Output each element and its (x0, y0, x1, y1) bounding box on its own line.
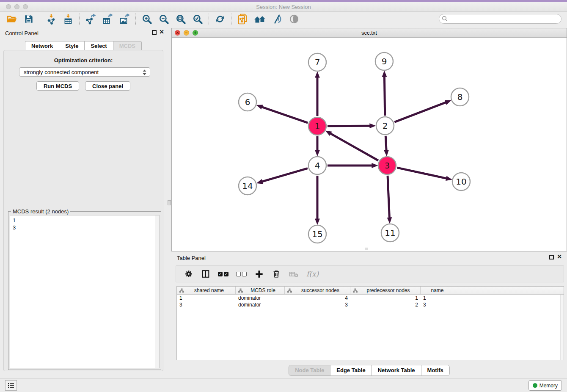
graph-node-label-7: 7 (315, 57, 320, 67)
panel-divider-handle[interactable] (168, 200, 171, 205)
column-header-predecessor-nodes[interactable]: predecessor nodes (350, 287, 421, 294)
home-layout-button[interactable] (251, 13, 269, 25)
control-panel-tabs: Network Style Select MCDS (0, 41, 167, 51)
graph-edge-3-10[interactable] (397, 168, 446, 178)
import-network-button[interactable] (43, 13, 60, 25)
graph-node-label-6: 6 (245, 97, 250, 107)
zoom-fit-icon (175, 14, 186, 25)
save-session-button[interactable] (20, 13, 37, 25)
graphics-details-button[interactable] (269, 13, 286, 25)
select-all-columns-button[interactable]: ✓✓ (214, 267, 232, 281)
cell-shared-name: 3 (177, 301, 236, 308)
deselect-all-columns-button[interactable] (232, 267, 250, 281)
import-table-button[interactable] (60, 13, 77, 25)
cell-successor-nodes: 4 (285, 295, 350, 301)
canvas-resize-handle[interactable] (365, 248, 368, 250)
result-line: 1 (13, 217, 159, 224)
graph-node-label-9: 9 (382, 56, 387, 66)
table-scrollbar[interactable] (560, 295, 564, 360)
delete-column-button[interactable] (268, 267, 285, 281)
zoom-out-button[interactable] (155, 13, 172, 25)
search-input[interactable] (439, 14, 561, 24)
network-window: ✕ − + scc.txt 1234678910111415 (171, 28, 567, 251)
tab-network-table[interactable]: Network Table (372, 365, 421, 375)
zoom-in-icon (141, 14, 152, 25)
table-panel-float-button[interactable] (549, 255, 554, 259)
tab-motifs[interactable]: Motifs (421, 365, 449, 375)
network-window-title: scc.txt (172, 30, 567, 36)
zoom-out-icon (158, 14, 169, 25)
close-panel-button[interactable]: Close panel (85, 81, 130, 91)
zoom-fit-button[interactable] (172, 13, 189, 25)
split-columns-button[interactable] (197, 267, 214, 281)
graph-edge-3-1[interactable] (330, 133, 378, 160)
graph-edge-3-11[interactable] (388, 176, 389, 218)
column-header-successor-nodes[interactable]: successor nodes (285, 287, 350, 294)
function-builder-button[interactable]: f(x) (303, 267, 322, 281)
tab-node-table[interactable]: Node Table (289, 365, 330, 375)
export-network-button[interactable] (82, 13, 99, 25)
tab-select[interactable]: Select (85, 41, 113, 51)
window-title: Session: New Session (0, 4, 567, 10)
cell-successor-nodes: 3 (285, 301, 350, 308)
table-settings-button[interactable] (180, 267, 197, 281)
app-window: Session: New Session (0, 0, 567, 392)
tab-network[interactable]: Network (25, 41, 59, 51)
table-panel-close-button[interactable]: ✕ (557, 253, 562, 260)
export-table-icon (102, 14, 113, 25)
zoom-selected-icon (192, 14, 203, 25)
graph-edge-2-3[interactable] (385, 136, 386, 151)
birds-eye-view-button[interactable] (286, 13, 303, 25)
memory-button[interactable]: Memory (528, 380, 562, 391)
mcds-result-textarea[interactable]: 1 3 (10, 215, 160, 368)
task-history-button[interactable] (5, 380, 17, 391)
zoom-in-button[interactable] (138, 13, 155, 25)
table-tabs: Node Table Edge Table Network Table Moti… (171, 365, 567, 376)
network-canvas[interactable]: 1234678910111415 (172, 38, 567, 251)
column-header-mcds-role[interactable]: MCDS role (236, 287, 285, 294)
graph-node-label-2: 2 (383, 121, 388, 131)
graph-node-label-14: 14 (242, 181, 253, 191)
table-row[interactable]: 3 dominator 3 2 3 (177, 301, 564, 308)
open-session-button[interactable] (3, 13, 20, 25)
cell-predecessor-nodes: 1 (350, 295, 421, 301)
tab-style[interactable]: Style (59, 41, 85, 51)
result-scrollbar[interactable] (155, 215, 159, 368)
duplicate-network-icon (237, 14, 248, 25)
tab-mcds[interactable]: MCDS (113, 41, 142, 51)
graph-edge-4-14[interactable] (262, 168, 308, 182)
table-toolbar: ✓✓ f(x) (176, 265, 564, 282)
mcds-result-group: MCDS result (2 nodes) 1 3 (8, 211, 161, 370)
control-panel-float-button[interactable] (152, 30, 157, 35)
column-header-name[interactable]: name (421, 287, 456, 294)
plus-icon (254, 269, 264, 279)
criterion-value: strongly connected component (24, 69, 99, 75)
export-image-button[interactable] (116, 13, 133, 25)
graph-edge-2-8[interactable] (394, 102, 446, 122)
result-line: 3 (13, 224, 159, 231)
network-graph[interactable]: 1234678910111415 (172, 38, 567, 251)
zoom-selected-button[interactable] (189, 13, 206, 25)
criterion-dropdown[interactable]: strongly connected component (19, 67, 150, 77)
graph-node-label-10: 10 (456, 177, 466, 187)
table-row[interactable]: 1 dominator 4 1 1 (177, 295, 564, 301)
column-header-shared-name[interactable]: shared name (177, 287, 236, 294)
graph-edge-1-2[interactable] (328, 126, 370, 126)
home-icon (254, 14, 266, 25)
control-panel-title: Control Panel (5, 30, 39, 36)
refresh-button[interactable] (212, 13, 228, 25)
add-column-button[interactable] (250, 267, 268, 281)
chevron-up-down-icon (142, 69, 147, 76)
control-panel-close-button[interactable]: ✕ (159, 28, 164, 35)
graph-edge-1-6[interactable] (261, 107, 308, 123)
export-table-button[interactable] (99, 13, 116, 25)
hierarchy-icon (352, 288, 358, 293)
run-mcds-button[interactable]: Run MCDS (36, 81, 79, 91)
search-icon (442, 16, 448, 22)
graph-edge-2-9[interactable] (384, 76, 385, 116)
duplicate-network-button[interactable] (234, 13, 251, 25)
node-table[interactable]: shared name MCDS role successor nodes pr… (176, 286, 564, 360)
delete-table-button[interactable] (285, 267, 303, 281)
checked-box-icon: ✓ (218, 272, 223, 276)
tab-edge-table[interactable]: Edge Table (330, 365, 371, 375)
